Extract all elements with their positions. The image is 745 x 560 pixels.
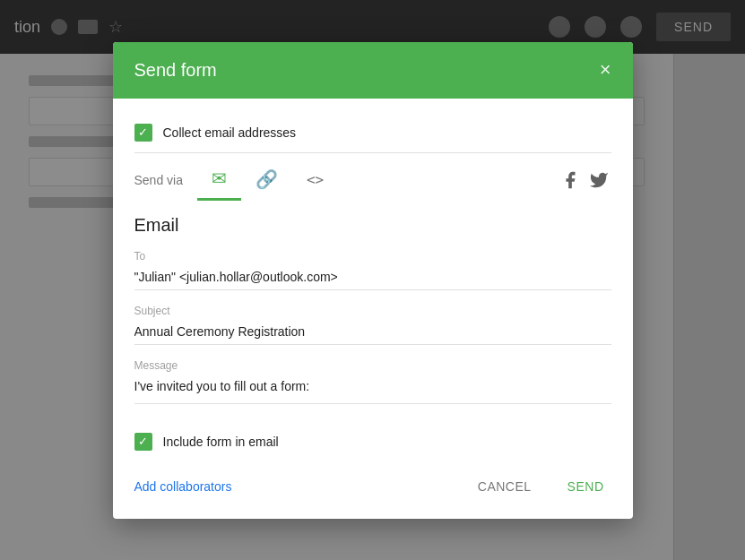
email-tab-icon: ✉ xyxy=(212,168,227,189)
send-form-dialog: Send form × Collect email addresses Send… xyxy=(113,42,633,519)
collect-email-checkbox[interactable] xyxy=(134,124,152,142)
close-button[interactable]: × xyxy=(600,60,611,80)
cancel-button[interactable]: CANCEL xyxy=(471,472,539,501)
send-via-tabs: ✉ 🔗 <> xyxy=(197,160,558,201)
include-form-checkbox[interactable] xyxy=(134,433,152,451)
email-heading: Email xyxy=(134,215,611,236)
message-label: Message xyxy=(134,359,611,372)
to-field-group: To xyxy=(134,250,611,290)
include-form-label: Include form in email xyxy=(163,435,279,449)
dialog-title: Send form xyxy=(134,60,217,81)
add-collaborators-link[interactable]: Add collaborators xyxy=(134,479,232,494)
modal-overlay: Send form × Collect email addresses Send… xyxy=(0,0,745,560)
tab-email[interactable]: ✉ xyxy=(197,160,241,201)
social-icons xyxy=(558,168,611,193)
send-via-row: Send via ✉ 🔗 <> xyxy=(134,153,611,201)
collect-email-row: Collect email addresses xyxy=(134,113,611,153)
dialog-header: Send form × xyxy=(113,42,633,99)
facebook-icon[interactable] xyxy=(558,168,583,193)
embed-tab-icon: <> xyxy=(307,171,324,188)
send-button[interactable]: SEND xyxy=(560,472,611,501)
to-label: To xyxy=(134,250,611,263)
tab-embed[interactable]: <> xyxy=(292,164,338,197)
message-input[interactable]: I've invited you to fill out a form: xyxy=(134,375,611,404)
link-tab-icon: 🔗 xyxy=(256,168,278,190)
email-section: Email To Subject Message I've invited yo… xyxy=(134,201,611,458)
include-form-row: Include form in email xyxy=(134,418,611,458)
subject-input[interactable] xyxy=(134,321,611,345)
dialog-footer: Add collaborators CANCEL SEND xyxy=(113,458,633,519)
twitter-icon[interactable] xyxy=(586,168,611,193)
message-field-group: Message I've invited you to fill out a f… xyxy=(134,359,611,404)
to-input[interactable] xyxy=(134,266,611,290)
tab-link[interactable]: 🔗 xyxy=(241,161,292,199)
subject-label: Subject xyxy=(134,305,611,317)
collect-email-label: Collect email addresses xyxy=(163,125,297,140)
subject-field-group: Subject xyxy=(134,305,611,345)
dialog-body: Collect email addresses Send via ✉ 🔗 xyxy=(113,99,633,458)
send-via-label: Send via xyxy=(134,173,183,187)
footer-actions: CANCEL SEND xyxy=(471,472,611,501)
